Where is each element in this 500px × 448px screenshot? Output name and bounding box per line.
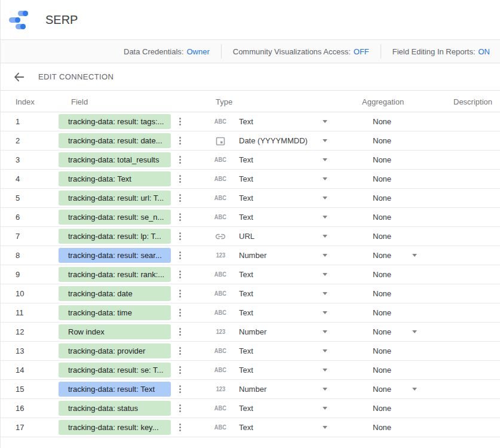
- table-row: 1 tracking-data: result: tags:... ABC Te…: [1, 112, 500, 131]
- aggregation-value: None: [373, 385, 400, 394]
- field-options-menu-icon[interactable]: [175, 323, 185, 342]
- type-glyph: ABC: [214, 405, 226, 412]
- field-options-menu-icon[interactable]: [175, 227, 185, 246]
- field-name-chip[interactable]: tracking-data: result: key...: [59, 420, 171, 435]
- field-name-chip[interactable]: tracking-data: result: tags:...: [59, 114, 171, 129]
- description-cell[interactable]: [417, 170, 500, 188]
- field-name-chip[interactable]: tracking-data: result: date...: [59, 133, 171, 148]
- type-select[interactable]: Text: [231, 404, 327, 413]
- type-select[interactable]: Text: [231, 174, 327, 183]
- field-name-chip[interactable]: tracking-data: status: [59, 401, 171, 416]
- page-title: SERP: [45, 13, 78, 27]
- field-name-chip[interactable]: tracking-data: time: [59, 305, 171, 320]
- field-options-menu-icon[interactable]: [175, 265, 185, 284]
- type-select[interactable]: Text: [231, 117, 327, 126]
- field-options-menu-icon[interactable]: [175, 112, 185, 131]
- aggregation-dropdown-arrow-icon: [412, 388, 417, 391]
- row-index: 17: [1, 423, 59, 432]
- type-select[interactable]: Number: [231, 251, 327, 260]
- aggregation-select[interactable]: None: [373, 385, 417, 394]
- field-name-chip[interactable]: tracking-data: date: [59, 286, 171, 301]
- description-cell[interactable]: [417, 303, 500, 322]
- table-row: 5 tracking-data: result: url: T... ABC T…: [1, 189, 500, 208]
- type-select[interactable]: Text: [231, 308, 327, 317]
- table-row: 3 tracking-data: total_results ABC Text …: [1, 151, 500, 170]
- field-name-chip[interactable]: tracking-data: result: rank:...: [59, 267, 171, 282]
- field-options-menu-icon[interactable]: [175, 361, 185, 380]
- field-name-chip[interactable]: tracking-data: provider: [59, 343, 171, 358]
- description-cell[interactable]: [417, 265, 500, 284]
- type-select[interactable]: URL: [231, 232, 327, 241]
- description-cell[interactable]: [417, 112, 500, 131]
- community-visualizations-value[interactable]: OFF: [354, 47, 369, 56]
- type-select[interactable]: Text: [231, 213, 327, 222]
- data-credentials-value[interactable]: Owner: [186, 47, 209, 56]
- field-options-menu-icon[interactable]: [175, 284, 185, 303]
- type-select[interactable]: Text: [231, 289, 327, 298]
- field-options-menu-icon[interactable]: [175, 131, 185, 151]
- edit-connection-button[interactable]: EDIT CONNECTION: [38, 72, 114, 81]
- aggregation-select[interactable]: None: [373, 251, 417, 260]
- type-select[interactable]: Text: [231, 270, 327, 279]
- description-cell[interactable]: [417, 246, 500, 265]
- description-cell[interactable]: [417, 380, 500, 398]
- type-dropdown-arrow-icon: [323, 388, 327, 391]
- field-editing-value[interactable]: ON: [478, 47, 490, 56]
- type-select[interactable]: Text: [231, 423, 327, 432]
- description-cell[interactable]: [417, 208, 500, 226]
- number-type-icon: 123: [210, 252, 231, 259]
- aggregation-value: None: [373, 404, 400, 413]
- field-name-chip[interactable]: tracking-data: result: sear...: [59, 248, 171, 263]
- field-name-chip[interactable]: tracking-data: result: url: T...: [59, 191, 171, 205]
- type-select[interactable]: Text: [231, 346, 327, 355]
- type-dropdown-arrow-icon: [323, 426, 327, 429]
- type-select[interactable]: Text: [231, 194, 327, 202]
- type-select[interactable]: Text: [231, 366, 327, 375]
- aggregation-select: None: [373, 404, 417, 413]
- row-index: 2: [1, 136, 59, 145]
- aggregation-value: None: [373, 155, 400, 164]
- column-header-index: Index: [16, 97, 35, 106]
- field-options-menu-icon[interactable]: [175, 246, 185, 265]
- type-dropdown-arrow-icon: [323, 120, 327, 123]
- type-glyph: ABC: [214, 118, 226, 125]
- description-cell[interactable]: [417, 131, 500, 150]
- field-name-chip[interactable]: Row index: [59, 324, 171, 339]
- type-select[interactable]: Date (YYYYMMDD): [231, 136, 327, 145]
- description-cell[interactable]: [417, 151, 500, 169]
- field-options-menu-icon[interactable]: [175, 303, 185, 323]
- description-cell[interactable]: [417, 189, 500, 207]
- field-options-menu-icon[interactable]: [175, 189, 185, 208]
- description-cell[interactable]: [417, 342, 500, 360]
- link-icon: [215, 232, 226, 241]
- field-options-menu-icon[interactable]: [175, 380, 185, 399]
- type-value: Text: [239, 194, 323, 202]
- type-select[interactable]: Text: [231, 155, 327, 164]
- row-index: 15: [1, 385, 59, 394]
- field-name-chip[interactable]: tracking-data: result: Text: [59, 382, 171, 397]
- type-glyph: ABC: [214, 290, 226, 297]
- description-cell[interactable]: [417, 418, 500, 437]
- field-options-menu-icon[interactable]: [175, 151, 185, 170]
- field-options-menu-icon[interactable]: [175, 170, 185, 189]
- description-cell[interactable]: [417, 399, 500, 418]
- description-cell[interactable]: [417, 227, 500, 246]
- type-select[interactable]: Number: [231, 327, 327, 336]
- calendar-icon: [216, 136, 225, 146]
- field-options-menu-icon[interactable]: [175, 208, 185, 227]
- divider: [221, 44, 222, 59]
- type-select[interactable]: Number: [231, 385, 327, 394]
- field-name-chip[interactable]: tracking-data: total_results: [59, 152, 171, 167]
- field-name-chip[interactable]: tracking-data: Text: [59, 171, 171, 186]
- description-cell[interactable]: [417, 361, 500, 379]
- field-options-menu-icon[interactable]: [175, 399, 185, 418]
- field-options-menu-icon[interactable]: [175, 342, 185, 361]
- back-arrow-icon[interactable]: [13, 70, 26, 84]
- description-cell[interactable]: [417, 284, 500, 303]
- description-cell[interactable]: [417, 323, 500, 341]
- field-options-menu-icon[interactable]: [175, 418, 185, 437]
- field-name-chip[interactable]: tracking-data: result: lp: T...: [59, 229, 171, 244]
- aggregation-select[interactable]: None: [373, 327, 417, 336]
- field-name-chip[interactable]: tracking-data: result: se: T...: [59, 363, 171, 378]
- field-name-chip[interactable]: tracking-data: result: se_n...: [59, 210, 171, 225]
